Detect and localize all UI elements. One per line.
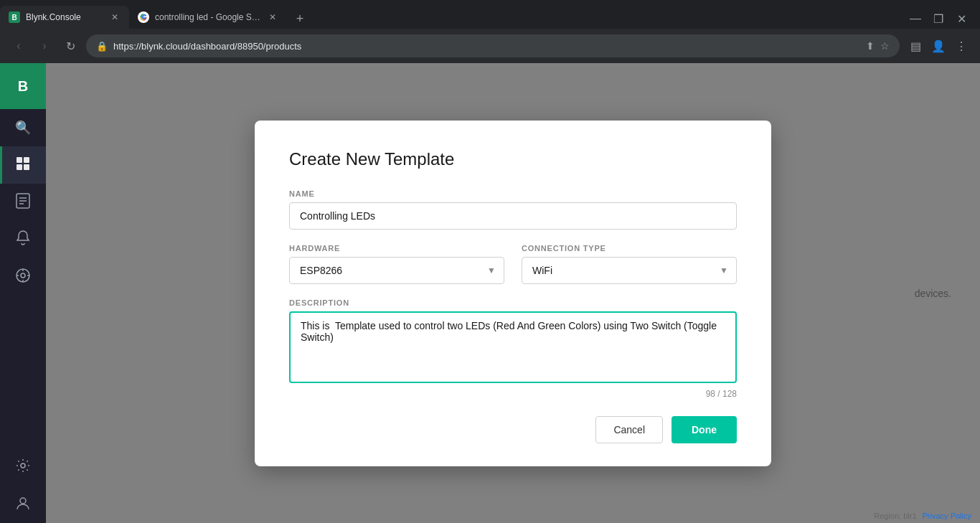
connection-type-select-wrapper: WiFi Ethernet Cellular Bluetooth ▼ (522, 257, 737, 284)
name-form-group: NAME (289, 189, 737, 230)
connection-type-label: CONNECTION TYPE (522, 244, 737, 253)
settings-circle-icon (15, 268, 31, 287)
description-textarea[interactable]: This is Template used to control two LED… (289, 311, 737, 383)
browser-chrome: B Blynk.Console ✕ controlling led - Goog… (0, 0, 980, 63)
user-icon (15, 495, 31, 514)
back-button[interactable]: ‹ (9, 36, 29, 56)
sidebar: B 🔍 (0, 63, 46, 523)
blynk-favicon: B (9, 11, 20, 23)
refresh-button[interactable]: ↻ (60, 36, 80, 56)
sidebar-item-notifications[interactable] (0, 221, 46, 258)
sidebar-item-user[interactable] (0, 486, 46, 523)
sidebar-item-reports[interactable] (0, 184, 46, 221)
cancel-button[interactable]: Cancel (595, 416, 663, 443)
char-count: 98 / 128 (289, 389, 737, 399)
tab-blynk-label: Blynk.Console (26, 12, 103, 22)
notifications-icon (16, 230, 30, 250)
hardware-label: HARDWARE (289, 244, 504, 253)
google-favicon (138, 11, 149, 23)
done-button[interactable]: Done (672, 416, 737, 443)
svg-rect-1 (17, 157, 22, 163)
lock-icon: 🔒 (96, 41, 108, 52)
sidebar-logo: B (0, 63, 46, 109)
hardware-col: HARDWARE ESP8266 ESP32 Arduino Raspberry… (289, 244, 504, 284)
description-form-group: DESCRIPTION This is Template used to con… (289, 298, 737, 399)
svg-rect-4 (24, 164, 29, 170)
main-content: devices. Create New Template NAME HARDWA… (46, 63, 980, 523)
bookmark-icon[interactable]: ☆ (880, 40, 890, 52)
svg-point-16 (20, 498, 26, 504)
tab-google-close[interactable]: ✕ (267, 11, 278, 23)
svg-point-10 (21, 273, 25, 278)
tab-blynk-close[interactable]: ✕ (109, 11, 121, 23)
address-text: https://blynk.cloud/dashboard/88950/prod… (113, 41, 860, 52)
privacy-policy-link[interactable]: Privacy Policy (923, 512, 971, 520)
sidebar-item-dashboard[interactable] (0, 146, 46, 184)
minimize-button[interactable]: — (905, 9, 925, 29)
status-bar: Region: blr1 Privacy Policy (865, 509, 980, 523)
forward-button[interactable]: › (34, 36, 55, 56)
sidebar-bottom (0, 448, 46, 523)
tab-blynk[interactable]: B Blynk.Console ✕ (0, 6, 129, 29)
sidebar-toggle-button[interactable]: ▤ (905, 36, 925, 56)
modal-footer: Cancel Done (289, 416, 737, 443)
sidebar-item-settings[interactable] (0, 448, 46, 486)
sidebar-item-search[interactable]: 🔍 (0, 109, 46, 146)
tab-google-label: controlling led - Google Search (155, 12, 261, 22)
connection-type-col: CONNECTION TYPE WiFi Ethernet Cellular B… (522, 244, 737, 284)
svg-rect-2 (24, 157, 29, 163)
close-button[interactable]: ✕ (951, 9, 971, 29)
search-icon: 🔍 (15, 120, 31, 136)
reports-icon (16, 193, 30, 212)
sidebar-item-settings-circle[interactable] (0, 258, 46, 296)
profile-button[interactable]: 👤 (928, 36, 948, 56)
modal-overlay: Create New Template NAME HARDWARE ESP826… (46, 63, 980, 523)
toolbar-right: ▤ 👤 ⋮ (905, 36, 971, 56)
hardware-connection-row: HARDWARE ESP8266 ESP32 Arduino Raspberry… (289, 244, 737, 284)
address-right-icons: ⬆ ☆ (866, 40, 890, 52)
new-tab-button[interactable]: + (290, 9, 310, 29)
svg-point-15 (21, 463, 25, 468)
page-layout: B 🔍 (0, 63, 980, 523)
modal-title: Create New Template (289, 149, 737, 169)
name-input[interactable] (289, 202, 737, 230)
create-template-modal: Create New Template NAME HARDWARE ESP826… (255, 121, 771, 466)
dashboard-icon (15, 156, 31, 175)
address-input-wrapper[interactable]: 🔒 https://blynk.cloud/dashboard/88950/pr… (86, 34, 900, 57)
address-bar: ‹ › ↻ 🔒 https://blynk.cloud/dashboard/88… (0, 29, 980, 63)
hardware-select[interactable]: ESP8266 ESP32 Arduino Raspberry Pi (289, 257, 504, 284)
description-label: DESCRIPTION (289, 298, 737, 307)
logo-letter: B (18, 78, 28, 95)
browser-controls: — ❐ ✕ (905, 9, 980, 29)
tab-bar: B Blynk.Console ✕ controlling led - Goog… (0, 0, 980, 29)
name-label: NAME (289, 189, 737, 198)
gear-icon (15, 458, 31, 477)
maximize-button[interactable]: ❐ (928, 9, 948, 29)
hardware-select-wrapper: ESP8266 ESP32 Arduino Raspberry Pi ▼ (289, 257, 504, 284)
region-text: Region: blr1 (874, 512, 916, 520)
tab-google[interactable]: controlling led - Google Search ✕ (129, 6, 287, 29)
share-icon[interactable]: ⬆ (866, 40, 875, 52)
svg-rect-3 (17, 164, 22, 170)
connection-type-select[interactable]: WiFi Ethernet Cellular Bluetooth (522, 257, 737, 284)
menu-button[interactable]: ⋮ (951, 36, 971, 56)
